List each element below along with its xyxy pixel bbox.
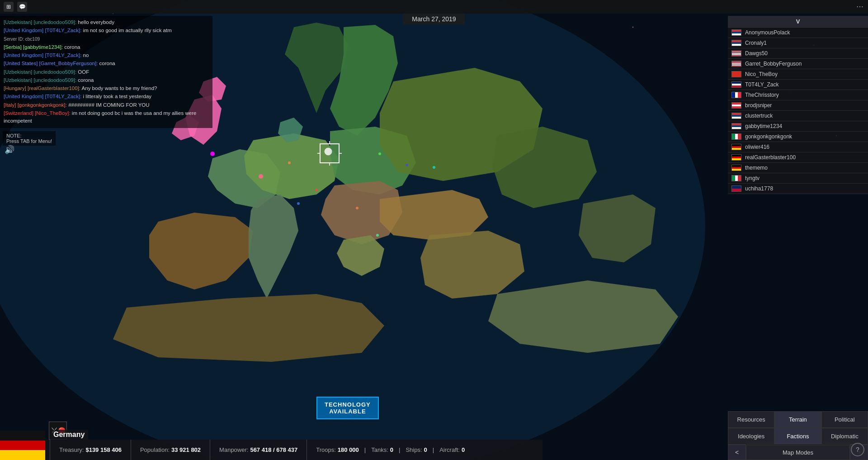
player-name: tyngtv	[745, 175, 760, 181]
factions-btn[interactable]: Factions	[774, 428, 821, 445]
tech-banner[interactable]: TECHNOLOGY AVAILABLE	[316, 397, 379, 419]
svg-point-7	[632, 27, 633, 28]
player-name: brodjsniper	[745, 102, 772, 109]
player-name: gonkgonkgonkgonk	[745, 133, 792, 140]
chat-line: [Uzbekistan] [uncledoodoo509]: OOF	[4, 68, 209, 76]
more-options-button[interactable]: ⋯	[856, 2, 863, 11]
player-row[interactable]: gonkgonkgonkgonk	[728, 132, 868, 142]
player-row[interactable]: tyngtv	[728, 173, 868, 184]
troops-stat: Troops: 180 000 | Tanks: 0 | Ships: 0 | …	[307, 440, 474, 460]
svg-point-19	[288, 161, 291, 164]
stats-container: Treasury: $139 158 406 Population: 33 92…	[50, 440, 474, 460]
svg-point-25	[376, 234, 379, 237]
player-name: T0T4LY_Zack	[745, 81, 778, 88]
player-flag	[731, 165, 741, 171]
chat-line: [Italy] [gonkgonkgonkgonk]: ######### IM…	[4, 101, 209, 109]
treasury-label: Treasury:	[59, 446, 84, 453]
player-row[interactable]: AnonymousPolack	[728, 28, 868, 38]
player-name: oliwier416	[745, 144, 769, 150]
flag-stripe-yellow	[0, 450, 45, 460]
map-mode-row-2: Ideologies Factions Diplomatic	[728, 428, 868, 445]
player-name: Dawgs50	[745, 50, 768, 57]
player-row[interactable]: uchiha1778	[728, 184, 868, 194]
population-label: Population:	[140, 446, 170, 453]
player-name: uchiha1778	[745, 185, 773, 192]
player-flag	[731, 50, 741, 57]
chat-line: [Uzbekistan] [uncledoodoo509]: corona	[4, 76, 209, 84]
player-flag	[731, 113, 741, 119]
player-flag	[731, 133, 741, 140]
treasury-stat: Treasury: $139 158 406	[50, 440, 131, 460]
manpower-stat: Manpower: 567 418 / 678 437	[210, 440, 307, 460]
map-modes-label: Map Modes	[746, 445, 850, 460]
help-button[interactable]: ?	[851, 443, 864, 456]
player-row[interactable]: realGasterblaster100	[728, 152, 868, 163]
player-name: Nico_TheBoy	[745, 71, 778, 77]
svg-point-26	[297, 202, 300, 205]
player-row[interactable]: Nico_TheBoy	[728, 69, 868, 80]
ships-value: 0	[424, 446, 427, 453]
manpower-value: 567 418 / 678 437	[250, 446, 297, 453]
top-bar: ⊞ 💬	[0, 0, 868, 14]
volume-icon[interactable]: 🔊	[5, 145, 14, 155]
ideologies-btn[interactable]: Ideologies	[728, 428, 774, 445]
svg-point-21	[378, 152, 381, 155]
player-row[interactable]: clustertruck	[728, 111, 868, 121]
player-flag	[731, 71, 741, 77]
players-panel: V AnonymousPolack Cronaly1 Dawgs50 Garre…	[728, 16, 868, 194]
chat-icon[interactable]: 💬	[17, 2, 27, 12]
map-mode-row-1: Resources Terrain Political	[728, 411, 868, 428]
terrain-btn[interactable]: Terrain	[774, 411, 821, 428]
chat-line: [Uzbekistan] [uncledoodoo509]: hello eve…	[4, 19, 209, 26]
player-row[interactable]: Dawgs50	[728, 48, 868, 59]
chat-line: [Hungary] [realGasterblaster100]: Any bo…	[4, 85, 209, 92]
chat-messages: [Uzbekistan] [uncledoodoo509]: hello eve…	[4, 19, 209, 125]
political-btn[interactable]: Political	[821, 411, 868, 428]
diplomatic-btn[interactable]: Diplomatic	[821, 428, 868, 445]
player-flag	[731, 102, 741, 109]
player-row[interactable]: T0T4LY_Zack	[728, 80, 868, 90]
chat-line: [United Kingdom] [T0T4LY_Zack]: no	[4, 52, 209, 59]
aircraft-value: 0	[462, 446, 465, 453]
chat-line: [United Kingdom] [T0T4LY_Zack]: im not s…	[4, 27, 209, 34]
note-line-2: Press TAB for Menu!	[6, 138, 52, 144]
player-flag	[731, 175, 741, 181]
player-flag	[731, 144, 741, 150]
chat-panel: [Uzbekistan] [uncledoodoo509]: hello eve…	[0, 16, 212, 128]
player-name: AnonymousPolack	[745, 29, 790, 36]
svg-point-24	[356, 207, 359, 209]
country-flag	[0, 431, 45, 460]
population-value: 33 921 802	[171, 446, 201, 453]
player-row[interactable]: oliwier416	[728, 142, 868, 152]
player-flag	[731, 154, 741, 161]
note-line-1: NOTE:	[6, 133, 52, 138]
player-name: gabbytime1234	[745, 123, 782, 129]
player-name: clustertruck	[745, 113, 773, 119]
player-name: thememo	[745, 165, 768, 171]
map-nav-row: < Map Modes >	[728, 445, 868, 460]
flag-stripe-red	[0, 441, 45, 451]
svg-point-22	[406, 164, 408, 166]
player-row[interactable]: TheChrisstory	[728, 90, 868, 100]
tanks-value: 0	[390, 446, 393, 453]
player-name: TheChrisstory	[745, 92, 779, 98]
player-row[interactable]: thememo	[728, 163, 868, 173]
ships-label: Ships:	[406, 446, 422, 453]
svg-point-16	[210, 152, 215, 156]
map-nav-prev[interactable]: <	[728, 445, 746, 460]
country-name-label: Germany	[50, 430, 88, 440]
tech-line-1: TECHNOLOGY	[325, 401, 371, 408]
player-row[interactable]: gabbytime1234	[728, 121, 868, 132]
player-flag	[731, 61, 741, 67]
player-row[interactable]: brodjsniper	[728, 100, 868, 111]
player-row[interactable]: Cronaly1	[728, 38, 868, 48]
tanks-label: Tanks:	[371, 446, 388, 453]
players-header: V	[728, 16, 868, 28]
player-row[interactable]: Garret_BobbyFerguson	[728, 59, 868, 69]
grid-icon[interactable]: ⊞	[4, 2, 14, 12]
manpower-label: Manpower:	[219, 446, 248, 453]
resources-btn[interactable]: Resources	[728, 411, 774, 428]
svg-point-17	[259, 174, 263, 179]
player-flag	[731, 185, 741, 192]
troops-label: Troops:	[316, 446, 336, 453]
